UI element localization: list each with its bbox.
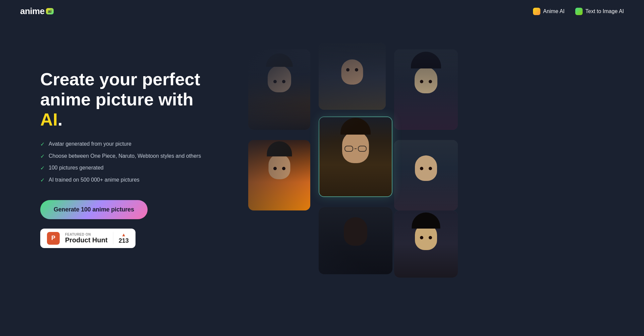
anime-card-4: [248, 140, 310, 210]
eye-right: [282, 167, 285, 170]
anime-card-featured: [319, 116, 392, 197]
hero-title: Create your perfect anime picture with A…: [40, 69, 215, 130]
product-hunt-badge[interactable]: P FEATURED ON Product Hunt ▲ 213: [40, 229, 136, 248]
anime-card-6: [394, 140, 458, 210]
eye-left: [273, 80, 277, 83]
anime-card-7: [319, 207, 392, 274]
anime-ai-icon: [533, 8, 540, 15]
eye-left: [420, 80, 423, 83]
ph-logo-letter: P: [51, 235, 55, 242]
check-icon-4: ✓: [40, 177, 45, 184]
nav-link-text-to-image[interactable]: Text to Image AI: [575, 8, 624, 15]
eye-right: [429, 236, 432, 239]
image-grid: [228, 43, 624, 336]
eye-right: [429, 80, 432, 83]
ph-upvote-arrow: ▲: [121, 232, 126, 237]
left-section: Create your perfect anime picture with A…: [40, 43, 215, 248]
hero-title-line1: Create your perfect: [40, 69, 200, 89]
main-content: Create your perfect anime picture with A…: [0, 22, 644, 336]
hero-title-highlight: AI: [40, 110, 58, 129]
anime-card-3: [394, 49, 458, 130]
glasses-detail: [344, 146, 367, 152]
feature-text-3: 100 pictures generated: [49, 164, 104, 172]
anime-card-2: [319, 43, 386, 110]
logo[interactable]: anime ai: [20, 6, 54, 16]
header: anime ai Anime AI Text to Image AI: [0, 0, 644, 22]
feature-item-2: ✓ Choose between One Piece, Naruto, Webt…: [40, 152, 215, 160]
feature-text-4: AI trained on 500 000+ anime pictures: [49, 176, 140, 184]
nav: Anime AI Text to Image AI: [533, 8, 624, 15]
eye-right: [429, 167, 432, 170]
feature-text-2: Choose between One Piece, Naruto, Webtoo…: [49, 152, 201, 160]
eye-left: [346, 68, 350, 71]
feature-item-1: ✓ Avatar generated from your picture: [40, 140, 215, 148]
generate-button[interactable]: Generate 100 anime pictures: [40, 200, 148, 219]
check-icon-1: ✓: [40, 141, 45, 148]
features-list: ✓ Avatar generated from your picture ✓ C…: [40, 140, 215, 184]
eye-right: [355, 68, 358, 71]
ph-name: Product Hunt: [65, 236, 108, 244]
eye-left: [420, 167, 423, 170]
ph-featured-label: FEATURED ON: [65, 233, 108, 236]
feature-text-1: Avatar generated from your picture: [49, 140, 131, 148]
feature-item-3: ✓ 100 pictures generated: [40, 164, 215, 172]
nav-label-anime-ai: Anime AI: [543, 8, 565, 14]
logo-badge: ai: [46, 8, 54, 14]
hero-title-line2: anime picture with: [40, 90, 194, 109]
ph-count: 213: [119, 237, 129, 244]
check-icon-3: ✓: [40, 164, 45, 172]
logo-text: anime: [20, 6, 45, 16]
eye-right: [282, 80, 285, 83]
eye-left: [420, 236, 423, 239]
eye-left: [273, 167, 277, 170]
ph-logo: P: [47, 232, 60, 245]
nav-link-anime-ai[interactable]: Anime AI: [533, 8, 565, 15]
anime-card-8: [394, 210, 458, 278]
ph-count-block: ▲ 213: [113, 232, 129, 244]
anime-card-1: [248, 49, 310, 130]
ph-text-block: FEATURED ON Product Hunt: [65, 233, 108, 244]
hero-title-period: .: [58, 110, 62, 129]
check-icon-2: ✓: [40, 153, 45, 160]
text-to-image-icon: [575, 8, 583, 15]
nav-label-text-to-image: Text to Image AI: [585, 8, 624, 14]
feature-item-4: ✓ AI trained on 500 000+ anime pictures: [40, 176, 215, 184]
